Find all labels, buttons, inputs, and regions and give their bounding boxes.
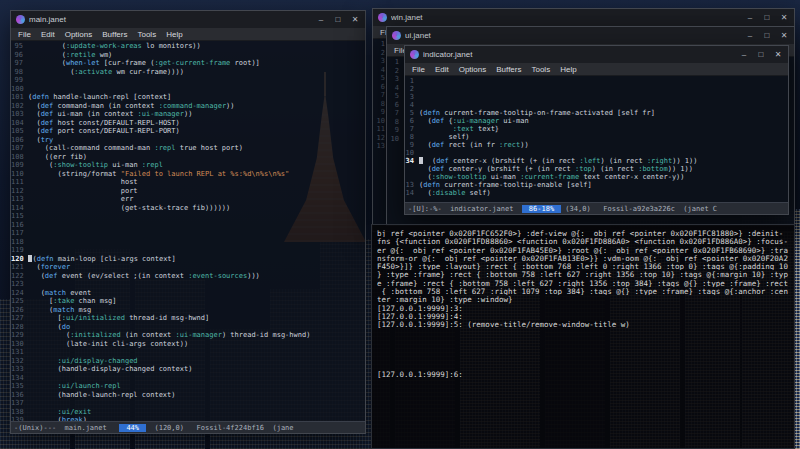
line-number: 102 — [11, 102, 28, 111]
maximize-button[interactable]: □ — [333, 15, 343, 24]
code-line: 113 err — [11, 195, 365, 204]
close-button[interactable]: ✕ — [779, 13, 789, 22]
code-line: 14 (:disable self) — [405, 189, 788, 197]
terminal-line: nsform-or @{:__obj_ref <pointer 0x020F1F… — [377, 254, 789, 262]
code-line: 133 (handle-display-changed context) — [11, 365, 365, 374]
code-line: 132 :ui/display-changed — [11, 357, 365, 366]
line-number: 123 — [11, 280, 28, 289]
minimize-button[interactable]: – — [745, 13, 755, 22]
line-number: 134 — [11, 374, 28, 383]
menu-tools[interactable]: Tools — [526, 65, 555, 74]
line-number: 10 — [387, 135, 404, 144]
line-number — [405, 165, 419, 173]
code-line: 107 (call-command command-man :repl true… — [11, 144, 365, 153]
menu-edit[interactable]: Edit — [36, 30, 60, 39]
line-number: 96 — [11, 51, 28, 60]
code-line: 130 (late-init cli-args context)) — [11, 340, 365, 349]
code-line: 8 self) — [405, 133, 788, 141]
code-line: 135 :ui/launch-repl — [11, 382, 365, 391]
window-title: win.janet — [391, 13, 741, 22]
line-number: 6 — [387, 101, 404, 110]
line-number: 112 — [11, 187, 28, 196]
line-number: 116 — [11, 221, 28, 230]
line-number: 7 — [387, 109, 404, 118]
text-cursor — [419, 157, 423, 164]
code-text: (handle-display-changed context) — [28, 365, 192, 374]
menu-help[interactable]: Help — [555, 65, 581, 74]
code-text: :ui/display-changed — [28, 357, 138, 366]
line-number: 1 — [405, 77, 419, 85]
code-line: 117 — [11, 229, 365, 238]
menu-options[interactable]: Options — [454, 65, 492, 74]
titlebar[interactable]: ui.janet –□✕ — [387, 27, 794, 44]
close-button[interactable]: ✕ — [773, 50, 783, 59]
menu-edit[interactable]: Edit — [430, 65, 454, 74]
line-number: 14 — [405, 189, 419, 197]
line-number: 120 — [11, 255, 28, 264]
close-button[interactable]: ✕ — [779, 31, 789, 40]
code-line: 108 ((err fib) — [11, 153, 365, 162]
line-number: 110 — [11, 170, 28, 179]
code-line: 122 (def event (ev/select ;(in context :… — [11, 272, 365, 281]
terminal-line: } :type :frame} :rect { :bottom 758 :lef… — [377, 270, 789, 278]
titlebar[interactable]: indicator.janet –□✕ — [405, 46, 788, 63]
maximize-button[interactable]: □ — [756, 50, 766, 59]
titlebar[interactable]: win.janet –□✕ — [373, 9, 794, 26]
menubar: FileEditOptionsBuffersToolsHelp — [11, 28, 365, 41]
line-number: 114 — [11, 204, 28, 213]
code-text: (def host const/DEFAULT-REPL-HOST) — [28, 119, 180, 128]
menu-file[interactable]: File — [407, 65, 430, 74]
editor-area[interactable]: 12345(defn current-frame-tooltip-on-fram… — [405, 76, 788, 202]
menu-buffers[interactable]: Buffers — [97, 30, 132, 39]
code-text: (string/format "Failed to launch REPL at… — [28, 170, 289, 179]
line-number: 122 — [11, 272, 28, 281]
menu-help[interactable]: Help — [161, 30, 187, 39]
app-icon — [392, 31, 401, 40]
menu-buffers[interactable]: Buffers — [491, 65, 526, 74]
line-number: 137 — [11, 399, 28, 408]
modeline-text — [107, 424, 120, 432]
line-number: 2 — [387, 67, 404, 76]
line-number: 115 — [11, 212, 28, 221]
maximize-button[interactable]: □ — [762, 13, 772, 22]
line-number — [405, 173, 419, 181]
code-text: (defn current-frame-tooltip-enable [self… — [419, 181, 592, 189]
line-number: 113 — [11, 195, 28, 204]
line-number: 2 — [405, 85, 419, 93]
code-text: (call-command command-man :repl true hos… — [28, 144, 243, 153]
close-button[interactable]: ✕ — [350, 15, 360, 24]
modeline-text: (34,0) Fossil-a92e3a226c (janet C — [561, 205, 717, 213]
code-text: (:show-tooltip ui-man :current-frame tex… — [419, 173, 685, 181]
line-number: 98 — [11, 68, 28, 77]
menu-tools[interactable]: Tools — [132, 30, 161, 39]
code-text: [:ui/initialized thread-id msg-hwnd] — [28, 314, 209, 323]
code-line: 96 (:retile wm) — [11, 51, 365, 60]
menu-options[interactable]: Options — [60, 30, 98, 39]
code-line: 4 — [405, 101, 788, 109]
minimize-button[interactable]: – — [739, 50, 749, 59]
code-text: (forever — [28, 263, 70, 272]
code-line: 116 — [11, 221, 365, 230]
minimize-button[interactable]: – — [316, 15, 326, 24]
maximize-button[interactable]: □ — [762, 31, 772, 40]
window-title: indicator.janet — [423, 50, 735, 59]
code-line: 95 (:update-work-areas lo monitors)) — [11, 42, 365, 51]
line-number: 13 — [405, 181, 419, 189]
repl-terminal[interactable]: bj_ref <pointer 0x020F1FC652F0>} :def-vi… — [371, 224, 795, 449]
menu-file[interactable]: File — [13, 30, 36, 39]
line-number: 3 — [405, 93, 419, 101]
minimize-button[interactable]: – — [745, 31, 755, 40]
terminal-line: [127.0.0.1:9999]:4: — [377, 312, 789, 320]
line-number: 138 — [11, 408, 28, 417]
terminal-line — [377, 353, 789, 361]
line-number: 104 — [11, 119, 28, 128]
code-line: 131 — [11, 348, 365, 357]
editor-area[interactable]: 95 (:update-work-areas lo monitors))96 (… — [11, 41, 365, 421]
line-number: 8 — [405, 133, 419, 141]
titlebar[interactable]: main.janet –□✕ — [11, 11, 365, 28]
code-text: (def ui-man (in context :ui-manager)) — [28, 110, 192, 119]
line-number: 9 — [387, 126, 404, 135]
line-number: 107 — [11, 144, 28, 153]
code-text: (late-init cli-args context)) — [28, 340, 188, 349]
code-line: 106 (try — [11, 136, 365, 145]
